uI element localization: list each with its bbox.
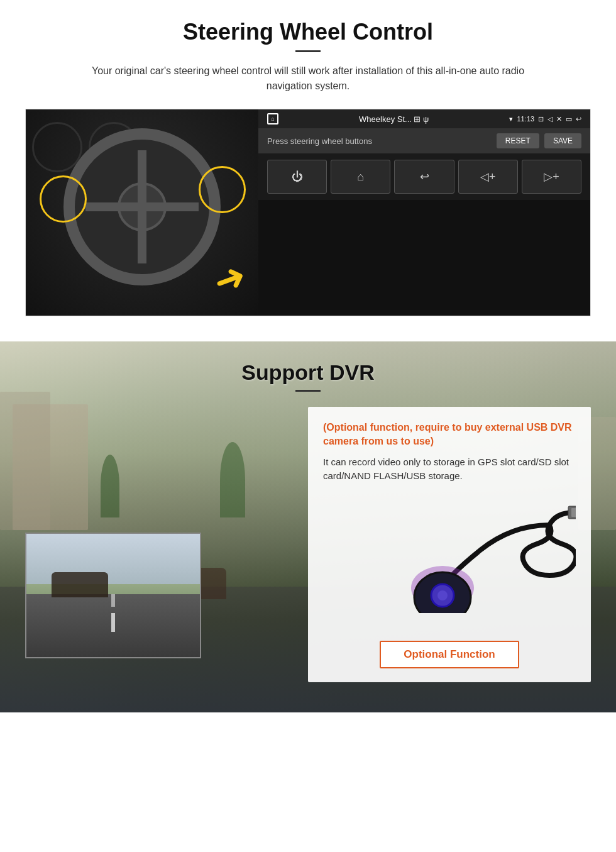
android-status-title: Wheelkey St... ⊞ ψ: [283, 114, 504, 124]
svg-point-5: [437, 590, 448, 600]
dvr-divider: [295, 390, 321, 392]
camera-status-icon: ⊡: [538, 115, 544, 123]
vol-down-button[interactable]: ◁+: [458, 160, 518, 194]
road-mark-1: [111, 613, 115, 632]
reset-button[interactable]: RESET: [497, 133, 539, 148]
inset-car: [52, 572, 108, 597]
dvr-content: Support DVR: [0, 341, 616, 707]
spoke-v: [138, 150, 146, 263]
dvr-info-title: (Optional function, require to buy exter…: [323, 421, 576, 449]
steering-composite: ➜ ⌂ Wheelkey St... ⊞ ψ ▾ 11:13 ⊡ ◁ ✕ ▭ ↩: [25, 109, 591, 316]
dvr-title: Support DVR: [25, 360, 591, 385]
steering-wheel: [63, 128, 221, 285]
cable-svg: [336, 500, 576, 613]
close-status-icon: ✕: [556, 115, 562, 123]
android-status-bar: ⌂ Wheelkey St... ⊞ ψ ▾ 11:13 ⊡ ◁ ✕ ▭ ↩: [258, 109, 590, 128]
display-icon: ▭: [566, 115, 572, 123]
steering-description: Your original car's steering wheel contr…: [72, 64, 544, 94]
back-button[interactable]: ↩: [394, 160, 454, 194]
title-divider: [295, 50, 321, 52]
dvr-left-area: [25, 407, 308, 658]
toolbar-label: Press steering wheel buttons: [267, 136, 372, 146]
dvr-info-box: (Optional function, require to buy exter…: [308, 407, 591, 682]
optional-function-button[interactable]: Optional Function: [380, 641, 519, 668]
dvr-camera-illustration: [323, 494, 576, 632]
dvr-section: Support DVR: [0, 341, 616, 712]
highlight-circle-right: [199, 166, 246, 213]
dvr-right-area: (Optional function, require to buy exter…: [308, 407, 591, 682]
status-time: 11:13: [517, 115, 534, 123]
android-toolbar: Press steering wheel buttons RESET SAVE: [258, 128, 590, 153]
vol-up-button[interactable]: ▷+: [522, 160, 581, 194]
highlight-circle-left: [40, 175, 87, 223]
back-status-icon: ↩: [576, 115, 581, 123]
android-ui-panel: ⌂ Wheelkey St... ⊞ ψ ▾ 11:13 ⊡ ◁ ✕ ▭ ↩ P…: [258, 109, 590, 316]
dvr-inset-inner: [26, 534, 200, 657]
steering-buttons-row: ⏻ ⌂ ↩ ◁+ ▷+: [258, 153, 590, 200]
save-button[interactable]: SAVE: [544, 133, 581, 148]
volume-icon: ◁: [547, 115, 553, 123]
steering-section: Steering Wheel Control Your original car…: [0, 0, 616, 341]
wifi-icon: ▾: [509, 115, 513, 123]
toolbar-buttons: RESET SAVE: [497, 133, 581, 148]
status-icons: ▾ 11:13 ⊡ ◁ ✕ ▭ ↩: [509, 115, 581, 123]
android-home-icon: ⌂: [267, 113, 278, 124]
steering-photo: ➜: [26, 109, 258, 316]
dvr-info-text: It can record video only to storage in G…: [323, 455, 576, 484]
svg-rect-1: [571, 508, 576, 517]
power-button[interactable]: ⏻: [267, 160, 327, 194]
steering-title: Steering Wheel Control: [25, 19, 591, 45]
road-mark-2: [111, 594, 115, 607]
usb-cable-area: [336, 500, 563, 616]
android-empty-area: [258, 200, 590, 316]
home-button[interactable]: ⌂: [331, 160, 390, 194]
dvr-inset-screenshot: [25, 533, 201, 658]
dvr-main-area: (Optional function, require to buy exter…: [25, 407, 591, 682]
